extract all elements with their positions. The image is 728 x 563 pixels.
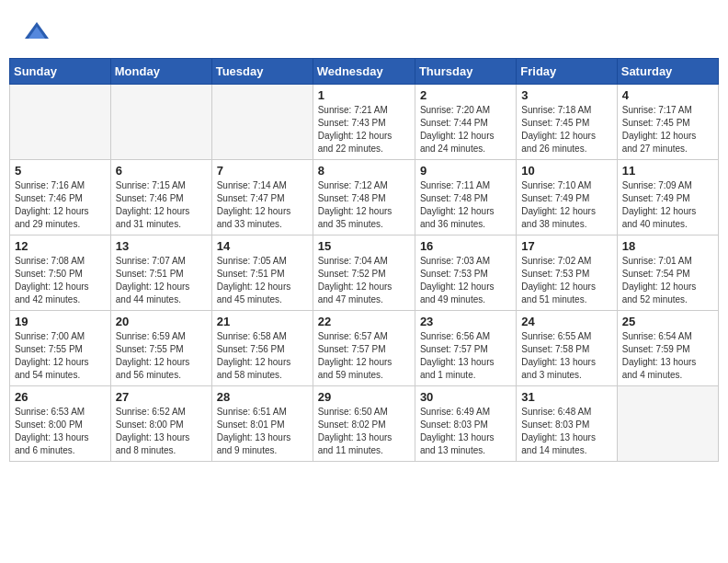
day-number: 20: [116, 315, 207, 328]
calendar-day: 30Sunrise: 6:49 AMSunset: 8:03 PMDayligh…: [415, 386, 516, 462]
calendar-day: 10Sunrise: 7:10 AMSunset: 7:49 PMDayligh…: [517, 160, 617, 236]
calendar-day: 20Sunrise: 6:59 AMSunset: 7:55 PMDayligh…: [110, 311, 211, 386]
day-number: 10: [521, 164, 611, 178]
day-number: 17: [521, 239, 611, 253]
calendar-week-row: 1Sunrise: 7:21 AMSunset: 7:43 PMDaylight…: [10, 85, 719, 160]
calendar-day: 6Sunrise: 7:15 AMSunset: 7:46 PMDaylight…: [110, 160, 211, 236]
day-number: 12: [15, 239, 106, 253]
calendar-week-row: 12Sunrise: 7:08 AMSunset: 7:50 PMDayligh…: [10, 236, 719, 311]
day-number: 28: [217, 390, 308, 404]
day-info: Sunrise: 6:54 AMSunset: 7:59 PMDaylight:…: [622, 330, 713, 382]
calendar-day: 24Sunrise: 6:55 AMSunset: 7:58 PMDayligh…: [517, 311, 617, 386]
day-number: 4: [622, 88, 713, 102]
logo: [23, 18, 54, 46]
calendar-header-row: SundayMondayTuesdayWednesdayThursdayFrid…: [10, 59, 719, 85]
calendar-week-row: 26Sunrise: 6:53 AMSunset: 8:00 PMDayligh…: [10, 386, 719, 462]
day-number: 23: [420, 315, 511, 328]
day-number: 24: [521, 315, 611, 328]
calendar-day: 14Sunrise: 7:05 AMSunset: 7:51 PMDayligh…: [211, 236, 313, 311]
day-info: Sunrise: 6:53 AMSunset: 8:00 PMDaylight:…: [15, 406, 106, 457]
calendar-day: 17Sunrise: 7:02 AMSunset: 7:53 PMDayligh…: [517, 236, 617, 311]
calendar-day: [211, 85, 313, 160]
day-number: 7: [217, 164, 308, 178]
day-info: Sunrise: 7:20 AMSunset: 7:44 PMDaylight:…: [420, 104, 511, 155]
calendar-day: 4Sunrise: 7:17 AMSunset: 7:45 PMDaylight…: [617, 85, 718, 160]
day-info: Sunrise: 7:05 AMSunset: 7:51 PMDaylight:…: [217, 255, 308, 306]
calendar-day: 2Sunrise: 7:20 AMSunset: 7:44 PMDaylight…: [415, 85, 516, 160]
day-number: 8: [318, 164, 410, 178]
logo-icon: [23, 18, 51, 46]
day-number: 21: [217, 315, 308, 328]
day-number: 18: [622, 239, 713, 253]
day-number: 31: [521, 390, 611, 404]
day-number: 14: [217, 239, 308, 253]
calendar-header-saturday: Saturday: [617, 59, 718, 85]
day-info: Sunrise: 6:50 AMSunset: 8:02 PMDaylight:…: [318, 406, 410, 457]
calendar-header-sunday: Sunday: [10, 59, 111, 85]
day-number: 11: [622, 164, 713, 178]
day-info: Sunrise: 7:09 AMSunset: 7:49 PMDaylight:…: [622, 179, 713, 231]
day-info: Sunrise: 7:17 AMSunset: 7:45 PMDaylight:…: [622, 104, 713, 155]
calendar-day: 18Sunrise: 7:01 AMSunset: 7:54 PMDayligh…: [617, 236, 718, 311]
calendar-day: 29Sunrise: 6:50 AMSunset: 8:02 PMDayligh…: [313, 386, 415, 462]
day-info: Sunrise: 7:11 AMSunset: 7:48 PMDaylight:…: [420, 179, 511, 231]
calendar: SundayMondayTuesdayWednesdayThursdayFrid…: [9, 58, 719, 462]
calendar-day: [10, 85, 111, 160]
calendar-header-friday: Friday: [517, 59, 617, 85]
day-info: Sunrise: 7:10 AMSunset: 7:49 PMDaylight:…: [521, 179, 611, 231]
day-info: Sunrise: 7:12 AMSunset: 7:48 PMDaylight:…: [318, 179, 410, 231]
day-number: 29: [318, 390, 410, 404]
calendar-day: 22Sunrise: 6:57 AMSunset: 7:57 PMDayligh…: [313, 311, 415, 386]
calendar-header-monday: Monday: [110, 59, 211, 85]
calendar-day: 21Sunrise: 6:58 AMSunset: 7:56 PMDayligh…: [211, 311, 313, 386]
day-number: 3: [521, 88, 611, 102]
calendar-day: 12Sunrise: 7:08 AMSunset: 7:50 PMDayligh…: [10, 236, 111, 311]
day-info: Sunrise: 7:18 AMSunset: 7:45 PMDaylight:…: [521, 104, 611, 155]
day-number: 19: [15, 315, 106, 328]
calendar-day: 3Sunrise: 7:18 AMSunset: 7:45 PMDaylight…: [517, 85, 617, 160]
calendar-day: 15Sunrise: 7:04 AMSunset: 7:52 PMDayligh…: [313, 236, 415, 311]
page-header: [9, 9, 719, 51]
day-info: Sunrise: 7:21 AMSunset: 7:43 PMDaylight:…: [318, 104, 410, 155]
calendar-header-tuesday: Tuesday: [211, 59, 313, 85]
calendar-day: 7Sunrise: 7:14 AMSunset: 7:47 PMDaylight…: [211, 160, 313, 236]
day-number: 25: [622, 315, 713, 328]
day-number: 30: [420, 390, 511, 404]
calendar-day: 1Sunrise: 7:21 AMSunset: 7:43 PMDaylight…: [313, 85, 415, 160]
day-number: 5: [15, 164, 106, 178]
calendar-day: 16Sunrise: 7:03 AMSunset: 7:53 PMDayligh…: [415, 236, 516, 311]
day-info: Sunrise: 6:48 AMSunset: 8:03 PMDaylight:…: [521, 406, 611, 457]
calendar-day: 23Sunrise: 6:56 AMSunset: 7:57 PMDayligh…: [415, 311, 516, 386]
day-number: 6: [116, 164, 207, 178]
day-info: Sunrise: 7:00 AMSunset: 7:55 PMDaylight:…: [15, 330, 106, 382]
calendar-day: 25Sunrise: 6:54 AMSunset: 7:59 PMDayligh…: [617, 311, 718, 386]
calendar-day: 28Sunrise: 6:51 AMSunset: 8:01 PMDayligh…: [211, 386, 313, 462]
day-number: 1: [318, 88, 410, 102]
calendar-day: 8Sunrise: 7:12 AMSunset: 7:48 PMDaylight…: [313, 160, 415, 236]
day-info: Sunrise: 7:15 AMSunset: 7:46 PMDaylight:…: [116, 179, 207, 231]
day-info: Sunrise: 6:51 AMSunset: 8:01 PMDaylight:…: [217, 406, 308, 457]
day-info: Sunrise: 7:07 AMSunset: 7:51 PMDaylight:…: [116, 255, 207, 306]
day-number: 26: [15, 390, 106, 404]
day-info: Sunrise: 6:58 AMSunset: 7:56 PMDaylight:…: [217, 330, 308, 382]
day-number: 2: [420, 88, 511, 102]
day-info: Sunrise: 6:49 AMSunset: 8:03 PMDaylight:…: [420, 406, 511, 457]
day-number: 9: [420, 164, 511, 178]
day-info: Sunrise: 6:59 AMSunset: 7:55 PMDaylight:…: [116, 330, 207, 382]
calendar-week-row: 19Sunrise: 7:00 AMSunset: 7:55 PMDayligh…: [10, 311, 719, 386]
day-info: Sunrise: 7:02 AMSunset: 7:53 PMDaylight:…: [521, 255, 611, 306]
day-info: Sunrise: 7:14 AMSunset: 7:47 PMDaylight:…: [217, 179, 308, 231]
day-number: 13: [116, 239, 207, 253]
day-number: 16: [420, 239, 511, 253]
day-info: Sunrise: 6:55 AMSunset: 7:58 PMDaylight:…: [521, 330, 611, 382]
day-info: Sunrise: 7:16 AMSunset: 7:46 PMDaylight:…: [15, 179, 106, 231]
calendar-header-wednesday: Wednesday: [313, 59, 415, 85]
day-number: 22: [318, 315, 410, 328]
calendar-day: 27Sunrise: 6:52 AMSunset: 8:00 PMDayligh…: [110, 386, 211, 462]
calendar-day: 11Sunrise: 7:09 AMSunset: 7:49 PMDayligh…: [617, 160, 718, 236]
calendar-day: [110, 85, 211, 160]
calendar-day: [617, 386, 718, 462]
day-number: 27: [116, 390, 207, 404]
calendar-header-thursday: Thursday: [415, 59, 516, 85]
calendar-day: 13Sunrise: 7:07 AMSunset: 7:51 PMDayligh…: [110, 236, 211, 311]
